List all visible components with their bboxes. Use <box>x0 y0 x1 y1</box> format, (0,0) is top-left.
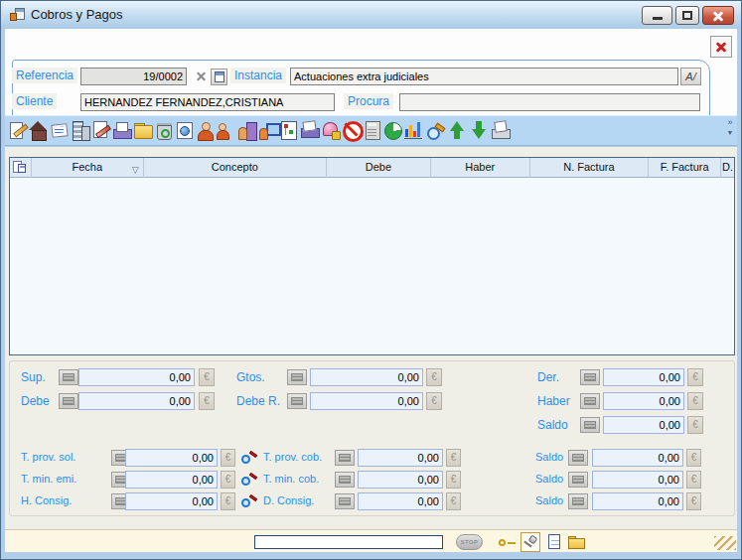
column-header-concepto[interactable]: Concepto <box>144 158 327 178</box>
row-selector-header[interactable] <box>10 158 32 178</box>
alarm-lock-icon[interactable] <box>320 119 341 143</box>
referencia-field[interactable]: 19/0002 <box>80 68 187 85</box>
d-consig-keypad-button[interactable] <box>335 493 355 509</box>
debe-r-amount-field[interactable]: 0,00 <box>310 392 423 410</box>
sup-currency-button[interactable]: € <box>199 368 215 386</box>
referencia-clear-button[interactable] <box>193 69 209 84</box>
pin-icon[interactable] <box>520 532 540 552</box>
open-folder-icon[interactable] <box>567 533 587 552</box>
saldo-prov-currency-button[interactable]: € <box>686 449 701 467</box>
calculator-icon[interactable] <box>362 119 382 143</box>
t-prov-sol-search-button[interactable] <box>240 450 258 467</box>
resize-grip[interactable] <box>714 536 736 550</box>
column-header-d[interactable]: D. <box>721 158 734 178</box>
saldo-currency-button[interactable]: € <box>687 416 703 434</box>
d-consig-field[interactable]: 0,00 <box>358 492 443 510</box>
key-icon[interactable] <box>498 533 518 552</box>
print-listing-icon[interactable] <box>299 119 320 143</box>
saldo-min-keypad-button[interactable] <box>568 472 588 488</box>
form-close-button[interactable] <box>710 36 732 58</box>
toolbar-overflow-button[interactable]: » ▼ <box>723 117 737 145</box>
h-consig-currency-button[interactable]: € <box>221 492 235 510</box>
h-consig-field[interactable]: 0,00 <box>125 492 218 510</box>
bar-chart-icon[interactable] <box>403 119 424 143</box>
debe-amount-field[interactable]: 0,00 <box>78 392 195 410</box>
print-icon[interactable] <box>490 119 511 143</box>
cancel-icon[interactable] <box>341 119 362 143</box>
new-entry-icon[interactable] <box>7 119 28 143</box>
close-button[interactable] <box>702 6 734 25</box>
exit-door-icon[interactable] <box>236 119 257 143</box>
minimize-button[interactable] <box>642 6 672 25</box>
font-button[interactable]: A/ <box>680 68 701 85</box>
stop-button[interactable]: STOP <box>456 534 483 550</box>
edit-note-icon[interactable] <box>90 119 111 143</box>
debe-currency-button[interactable]: € <box>199 392 215 410</box>
debe-r-currency-button[interactable]: € <box>426 392 442 410</box>
office-home-icon[interactable] <box>28 119 49 143</box>
der-currency-button[interactable]: € <box>687 368 703 386</box>
saldo-min-currency-button[interactable]: € <box>686 471 701 489</box>
t-prov-sol-currency-button[interactable]: € <box>221 449 235 467</box>
der-keypad-button[interactable] <box>580 369 600 385</box>
debe-r-keypad-button[interactable] <box>287 393 307 409</box>
print-document-icon[interactable] <box>111 119 132 143</box>
saldo-prov-field[interactable]: 0,00 <box>592 449 683 467</box>
referencia-lookup-button[interactable] <box>211 69 227 85</box>
report-tree-icon[interactable] <box>278 119 299 143</box>
procura-field[interactable] <box>399 93 700 111</box>
column-header-n-factura[interactable]: N. Factura <box>530 158 650 178</box>
sup-keypad-button[interactable] <box>59 369 78 385</box>
workstation-icon[interactable] <box>257 119 278 143</box>
media-folder-icon[interactable] <box>174 119 195 143</box>
client-remove-icon[interactable] <box>216 119 236 143</box>
saldo-amount-field[interactable]: 0,00 <box>603 416 684 434</box>
column-header-f-factura[interactable]: F. Factura <box>649 158 721 178</box>
t-min-emi-search-button[interactable] <box>240 472 258 489</box>
t-prov-cob-currency-button[interactable]: € <box>446 449 461 467</box>
debe-keypad-button[interactable] <box>59 393 78 409</box>
saldo-min-field[interactable]: 0,00 <box>592 471 683 489</box>
title-bar[interactable]: Cobros y Pagos <box>1 1 742 29</box>
d-consig-currency-button[interactable]: € <box>446 492 461 510</box>
column-header-fecha[interactable]: Fecha ▽ <box>32 158 144 178</box>
search-records-icon[interactable] <box>424 119 445 143</box>
document-icon[interactable] <box>545 533 565 552</box>
t-min-cob-field[interactable]: 0,00 <box>358 471 443 489</box>
gtos-currency-button[interactable]: € <box>426 368 442 386</box>
t-min-cob-currency-button[interactable]: € <box>446 471 461 489</box>
saldo-consig-currency-button[interactable]: € <box>686 492 701 510</box>
haber-keypad-button[interactable] <box>580 393 600 409</box>
haber-amount-field[interactable]: 0,00 <box>603 392 684 410</box>
gtos-keypad-button[interactable] <box>287 369 307 385</box>
gtos-amount-field[interactable]: 0,00 <box>310 368 423 386</box>
move-up-icon[interactable] <box>446 119 467 143</box>
column-header-haber[interactable]: Haber <box>431 158 530 178</box>
sup-amount-field[interactable]: 0,00 <box>78 368 195 386</box>
notes-stack-icon[interactable] <box>49 119 70 143</box>
t-min-emi-currency-button[interactable]: € <box>221 471 235 489</box>
saldo-prov-keypad-button[interactable] <box>568 450 588 466</box>
recycle-bin-icon[interactable] <box>153 119 174 143</box>
saldo-consig-field[interactable]: 0,00 <box>592 492 683 510</box>
saldo-consig-keypad-button[interactable] <box>568 493 588 509</box>
h-consig-search-button[interactable] <box>240 493 258 510</box>
cliente-field[interactable]: HERNANDEZ FERNANDEZ,CRISTIANA <box>80 93 335 111</box>
haber-currency-button[interactable]: € <box>687 392 703 410</box>
column-header-debe[interactable]: Debe <box>327 158 431 178</box>
instancia-field[interactable]: Actuaciones extra judiciales <box>290 68 678 85</box>
grid-body[interactable] <box>10 178 734 354</box>
company-building-icon[interactable] <box>70 119 90 143</box>
t-prov-cob-keypad-button[interactable] <box>335 450 355 466</box>
t-min-cob-keypad-button[interactable] <box>335 472 355 488</box>
pie-chart-icon[interactable] <box>382 119 403 143</box>
client-person-icon[interactable] <box>195 119 216 143</box>
saldo-keypad-button[interactable] <box>580 417 600 433</box>
t-prov-cob-field[interactable]: 0,00 <box>358 449 443 467</box>
maximize-button[interactable] <box>675 6 699 25</box>
t-prov-sol-field[interactable]: 0,00 <box>125 449 218 467</box>
der-amount-field[interactable]: 0,00 <box>603 368 684 386</box>
move-down-icon[interactable] <box>468 119 489 143</box>
folder-icon[interactable] <box>132 119 153 143</box>
t-min-emi-field[interactable]: 0,00 <box>125 471 218 489</box>
